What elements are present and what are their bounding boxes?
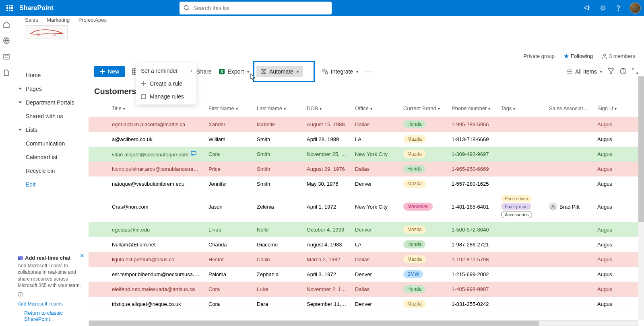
menu-set-reminder[interactable]: Set a reminder <box>136 64 196 77</box>
cell-office: Dallas <box>351 253 399 266</box>
tag-pill: Accessories <box>501 211 532 218</box>
add-teams-link[interactable]: Add Microsoft Teams <box>18 301 84 307</box>
cell-first: William <box>204 133 253 146</box>
cell-office: LA <box>351 133 399 146</box>
table-row[interactable]: Nullam@Etiam.net Chanda Giacomo August 4… <box>89 237 644 252</box>
table-row[interactable]: egestas@in.edu Linus Nelle October 4, 19… <box>89 222 644 237</box>
comment-icon[interactable] <box>191 152 196 158</box>
search-box[interactable] <box>180 2 332 14</box>
table-row[interactable]: eget.dictum.placerat@mattis.ca Xander Is… <box>89 117 644 132</box>
teams-body: Add Microsoft Teams to collaborate in re… <box>18 262 84 289</box>
column-header[interactable]: Current Brand▾ <box>399 102 448 115</box>
svg-rect-8 <box>11 10 13 11</box>
cell-first: Chanda <box>204 238 253 251</box>
table-row[interactable]: a@aclibero.co.uk William Smith April 28,… <box>89 132 644 147</box>
cell-signup: Augus <box>593 133 625 146</box>
cell-associate <box>545 180 593 187</box>
person-pill[interactable]: Brad Pitt <box>549 203 589 211</box>
cell-dob: March 2, 1982 <box>303 253 351 266</box>
cell-dob: April 1, 1972 <box>303 201 351 213</box>
svg-rect-22 <box>20 256 23 260</box>
app-launcher-icon[interactable] <box>3 2 16 14</box>
home-rail-icon[interactable] <box>3 21 10 28</box>
nav-item[interactable]: CalendarList <box>13 150 89 164</box>
user-avatar[interactable] <box>630 2 641 14</box>
search-input[interactable] <box>193 5 328 11</box>
table-row[interactable]: tristique.aliquet@neque.co.uk Cora Dara … <box>89 297 644 312</box>
filter-icon[interactable] <box>608 68 614 76</box>
cell-brand: Mazda <box>399 222 448 237</box>
cell-signup: Augus <box>593 163 625 175</box>
table-row[interactable]: Nunc.pulvinar.arcu@conubianostraper.edu … <box>89 162 644 176</box>
nav-item[interactable]: Communication <box>13 137 89 150</box>
cell-first: Linus <box>204 223 253 236</box>
table-row[interactable]: ligula.elit.pretium@risus.ca Hector Cail… <box>89 252 644 267</box>
table-row[interactable]: augue@luctuslobortisClass.co.uk Cora Blo… <box>89 312 644 313</box>
new-button[interactable]: New <box>94 66 125 77</box>
integrate-button[interactable]: Integrate ▾ <box>322 68 358 75</box>
cell-dob: August 29, 1976 <box>303 163 351 175</box>
nav-item[interactable]: Shared with us <box>13 109 89 123</box>
table-row[interactable]: eleifend.nec.malesuada@atrisus.ca Cora L… <box>89 282 644 297</box>
info-icon[interactable] <box>620 68 626 76</box>
cell-phone: 1-977-946-8825 <box>448 313 497 314</box>
column-header[interactable]: Phone Number▾ <box>448 102 497 115</box>
expand-icon[interactable] <box>632 68 638 76</box>
cell-phone: 1-481-185-6401 <box>448 201 497 213</box>
nav-item[interactable]: Lists <box>13 123 89 137</box>
svg-rect-34 <box>323 69 325 71</box>
close-icon[interactable]: ✕ <box>80 252 85 259</box>
app-name[interactable]: SharePoint <box>19 4 53 12</box>
view-selector[interactable]: All Items ▾ <box>566 68 602 75</box>
cell-office: Denver <box>351 268 399 281</box>
table-row[interactable]: natoque@vestibulumlorem.edu Jennifer Smi… <box>89 176 644 191</box>
cell-associate <box>545 301 593 307</box>
megaphone-icon[interactable] <box>584 4 592 12</box>
column-header[interactable]: DOB▾ <box>303 102 351 115</box>
nav-item[interactable]: Department Portals <box>13 96 89 109</box>
cell-brand: Mercedes <box>399 199 448 214</box>
info-icon[interactable]: i <box>18 292 23 297</box>
cell-phone: 1-405-998-9987 <box>448 283 497 295</box>
more-icon[interactable]: ··· <box>365 68 374 76</box>
menu-manage-rules[interactable]: Manage rules <box>136 90 196 103</box>
vertical-scrollbar[interactable] <box>638 76 644 320</box>
cell-last: Smith <box>253 148 303 160</box>
table-row[interactable]: Cras@non.com Jason Zelenia April 1, 1972… <box>89 191 644 222</box>
svg-rect-35 <box>326 72 328 74</box>
files-rail-icon[interactable] <box>3 69 10 76</box>
cell-tags <box>497 180 545 187</box>
automate-button[interactable]: Automate ▾ <box>256 66 303 77</box>
column-header[interactable]: Sign U▾ <box>593 102 625 115</box>
column-header[interactable]: Tags▾ <box>497 102 545 115</box>
cell-first: Cora <box>204 148 253 160</box>
news-rail-icon[interactable] <box>3 53 10 60</box>
svg-point-43 <box>623 69 623 70</box>
left-nav: HomePagesDepartment PortalsShared with u… <box>13 16 89 326</box>
nav-item[interactable]: Recycle bin <box>13 164 89 178</box>
column-header[interactable]: Last Name▾ <box>253 102 303 115</box>
help-icon[interactable] <box>614 4 622 12</box>
svg-text:i: i <box>20 293 21 297</box>
column-header[interactable]: First Name▾ <box>204 102 253 115</box>
nav-item[interactable]: Pages <box>13 82 89 96</box>
cell-first: Price <box>204 163 253 175</box>
gear-icon[interactable] <box>599 4 607 12</box>
horizontal-scrollbar[interactable] <box>89 320 638 326</box>
cell-phone: 1-987-286-2721 <box>448 238 497 251</box>
cell-associate <box>545 151 593 157</box>
cell-phone: 1-995-789-5956 <box>448 118 497 131</box>
svg-rect-14 <box>4 54 9 59</box>
return-classic-link[interactable]: Return to classic SharePoint <box>24 310 89 322</box>
nav-item[interactable]: Home <box>13 68 89 82</box>
table-row[interactable]: est.tempor.bibendum@neccursusa.com Palom… <box>89 267 644 282</box>
menu-create-rule[interactable]: Create a rule <box>136 77 196 90</box>
nav-item[interactable]: Edit <box>13 178 89 191</box>
cell-brand: Honda <box>399 117 448 131</box>
globe-rail-icon[interactable] <box>3 37 10 44</box>
column-header[interactable]: Sales Associate▾ <box>545 102 593 115</box>
export-button[interactable]: X Export ▾ <box>219 68 249 75</box>
table-row[interactable]: vitae.aliquet@sociisnatoque.com Cora Smi… <box>89 147 644 162</box>
column-header[interactable]: Office▾ <box>351 102 399 115</box>
svg-rect-6 <box>6 10 8 11</box>
